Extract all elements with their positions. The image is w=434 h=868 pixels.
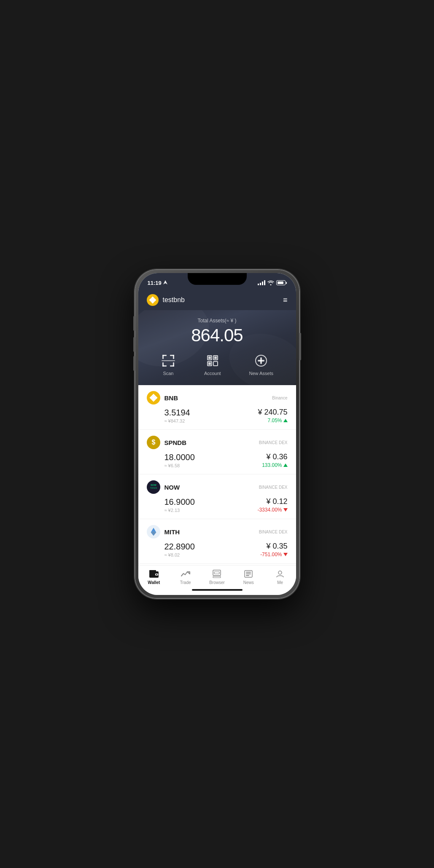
new-assets-label: New Assets <box>249 371 273 376</box>
asset-list: BNB Binance 3.5194 ≈ ¥847.32 ¥ 240.75 7.… <box>138 385 296 565</box>
header-left: testbnb <box>147 294 185 306</box>
wallet-nav-icon <box>149 569 159 579</box>
battery-icon <box>276 280 287 285</box>
bnb-exchange: Binance <box>272 396 287 400</box>
news-nav-icon <box>243 569 253 579</box>
svg-point-6 <box>151 299 153 301</box>
asset-item-bnb[interactable]: BNB Binance 3.5194 ≈ ¥847.32 ¥ 240.75 7.… <box>138 385 296 430</box>
mith-symbol: MITH <box>164 528 180 536</box>
svg-point-31 <box>152 397 154 399</box>
svg-rect-20 <box>208 356 211 359</box>
status-bar: 11:19 <box>138 273 296 290</box>
svg-rect-22 <box>208 362 211 365</box>
nav-browser-button[interactable]: Browser <box>205 569 229 585</box>
mith-asset-icon <box>147 525 160 538</box>
svg-rect-25 <box>258 360 264 362</box>
nav-wallet-button[interactable]: Wallet <box>142 569 166 585</box>
now-down-arrow-icon <box>283 508 288 512</box>
new-assets-icon <box>253 353 269 368</box>
now-change: -3334.00% <box>257 507 287 513</box>
hero-actions: Scan Accou <box>147 353 288 376</box>
nav-trade-button[interactable]: Trade <box>174 569 197 585</box>
app-header: testbnb ≡ <box>138 290 296 310</box>
signal-bars-icon <box>258 280 265 285</box>
svg-rect-14 <box>173 362 174 367</box>
status-icons <box>258 280 287 285</box>
svg-point-51 <box>278 571 282 574</box>
now-asset-icon: NOW TOKEN <box>147 480 160 494</box>
me-nav-icon <box>275 569 285 579</box>
spndb-price: ¥ 0.36 <box>262 453 287 461</box>
svg-rect-49 <box>246 573 251 574</box>
svg-rect-21 <box>214 356 217 359</box>
asset-item-spndb[interactable]: $ SPNDB BINANCE DEX 18.0000 ≈ ¥6.58 ¥ 0.… <box>138 430 296 474</box>
nav-me-button[interactable]: Me <box>268 569 292 585</box>
asset-item-now[interactable]: NOW TOKEN NOW BINANCE DEX 16.9000 ≈ ¥2.1… <box>138 474 296 519</box>
now-price: ¥ 0.12 <box>257 497 287 506</box>
svg-rect-15 <box>162 360 175 361</box>
now-exchange: BINANCE DEX <box>259 485 288 490</box>
svg-point-43 <box>156 574 157 575</box>
spndb-up-arrow-icon <box>283 463 288 467</box>
phone-frame: 11:19 <box>135 270 299 598</box>
status-time: 11:19 <box>148 280 162 286</box>
browser-nav-icon <box>212 569 222 579</box>
svg-rect-41 <box>149 570 156 572</box>
spndb-exchange: BINANCE DEX <box>259 440 288 445</box>
wifi-icon <box>267 280 274 285</box>
bnb-price: ¥ 240.75 <box>258 408 287 417</box>
bnb-change: 7.05% <box>258 418 287 423</box>
phone-screen: 11:19 <box>138 273 296 595</box>
trade-nav-icon <box>181 569 191 579</box>
svg-rect-50 <box>246 575 249 576</box>
bnb-logo-icon <box>147 294 159 306</box>
total-assets-label: Total Assets(≈ ¥ ) <box>147 318 288 324</box>
svg-marker-0 <box>163 280 167 284</box>
home-indicator <box>138 587 296 595</box>
app-name: testbnb <box>163 296 185 304</box>
account-label: Account <box>204 371 221 376</box>
me-nav-label: Me <box>277 580 283 585</box>
wallet-nav-label: Wallet <box>148 580 160 585</box>
svg-rect-18 <box>213 362 218 366</box>
account-icon <box>205 353 220 368</box>
home-indicator-bar <box>192 589 243 591</box>
location-arrow-icon <box>163 280 167 285</box>
scan-button[interactable]: Scan <box>161 353 176 376</box>
now-balance-cny: ≈ ¥2.13 <box>164 508 195 513</box>
svg-text:TOKEN: TOKEN <box>150 487 157 489</box>
bottom-nav: Wallet Trade <box>138 565 296 587</box>
spndb-symbol: SPNDB <box>164 439 187 446</box>
news-nav-label: News <box>243 580 254 585</box>
svg-rect-8 <box>162 355 164 359</box>
nav-news-button[interactable]: News <box>237 569 260 585</box>
browser-nav-label: Browser <box>209 580 225 585</box>
now-symbol: NOW <box>164 484 180 491</box>
svg-rect-45 <box>214 572 219 574</box>
bnb-symbol: BNB <box>164 394 178 402</box>
mith-balance: 22.8900 <box>164 542 195 552</box>
asset-item-mith[interactable]: MITH BINANCE DEX 22.8900 ≈ ¥8.02 ¥ 0.35 … <box>138 519 296 564</box>
svg-rect-48 <box>246 572 251 573</box>
mith-price: ¥ 0.35 <box>260 542 287 551</box>
mith-balance-cny: ≈ ¥8.02 <box>164 552 195 557</box>
spndb-change: 133.00% <box>262 462 287 468</box>
notch <box>188 273 247 285</box>
mith-exchange: BINANCE DEX <box>259 530 288 534</box>
account-button[interactable]: Account <box>204 353 221 376</box>
total-assets-value: 864.05 <box>147 325 288 346</box>
scan-icon <box>161 353 176 368</box>
mith-down-arrow-icon <box>283 553 288 556</box>
bnb-asset-icon <box>147 391 160 405</box>
new-assets-button[interactable]: New Assets <box>249 353 273 376</box>
scan-label: Scan <box>163 371 173 376</box>
svg-rect-46 <box>213 576 221 578</box>
hero-section: Total Assets(≈ ¥ ) 864.05 <box>138 310 296 385</box>
svg-rect-10 <box>173 355 174 359</box>
svg-text:NOW: NOW <box>151 484 156 486</box>
bnb-balance-cny: ≈ ¥847.32 <box>164 418 190 423</box>
hamburger-menu-button[interactable]: ≡ <box>283 296 288 304</box>
svg-rect-12 <box>162 362 164 367</box>
mith-change: -751.00% <box>260 552 287 557</box>
spndb-balance-cny: ≈ ¥6.58 <box>164 463 195 468</box>
